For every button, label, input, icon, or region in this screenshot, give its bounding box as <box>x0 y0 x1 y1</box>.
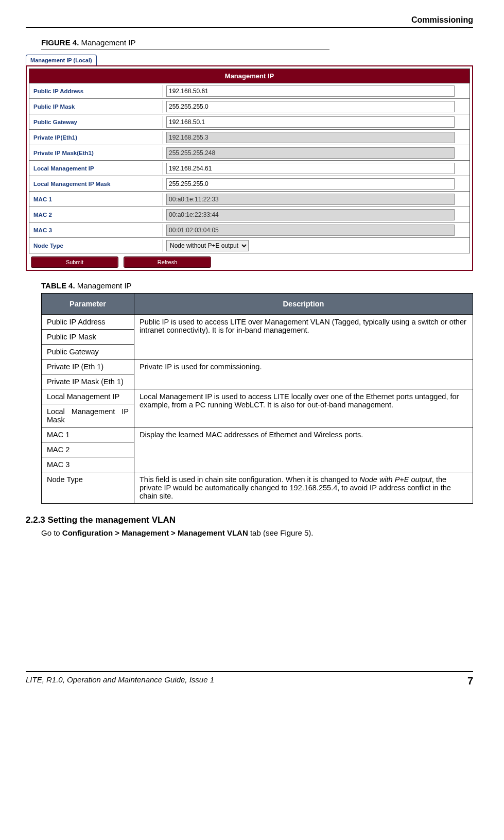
cell-param: Local Management IP Mask <box>42 404 134 427</box>
select-node-type[interactable]: Node without P+E output <box>166 240 249 251</box>
section-heading: 2.2.3 Setting the management VLAN <box>26 515 473 525</box>
table-title: Management IP <box>77 281 132 290</box>
row-local-mgmt-ip: Local Management IP <box>29 160 470 176</box>
footer-rule <box>26 671 473 672</box>
figure-underline <box>41 49 329 49</box>
screenshot-panel: Management IP (Local) Management IP Publ… <box>26 55 473 271</box>
submit-button[interactable]: Submit <box>31 256 118 268</box>
row-mac3: MAC 3 <box>29 222 470 237</box>
table-caption: TABLE 4. Management IP <box>41 281 473 290</box>
cell-param: Public IP Address <box>42 315 134 330</box>
input-public-ip-address[interactable] <box>166 85 455 97</box>
table-row: MAC 1 Display the learned MAC addresses … <box>42 427 473 442</box>
para-pre: Go to <box>41 528 62 537</box>
input-public-gateway[interactable] <box>166 116 455 128</box>
label-mac3: MAC 3 <box>29 224 163 236</box>
figure-caption: FIGURE 4. Management IP <box>41 38 473 47</box>
input-mac3 <box>166 225 455 236</box>
row-mac2: MAC 2 <box>29 207 470 222</box>
button-row: Submit Refresh <box>29 253 470 268</box>
cell-param: MAC 3 <box>42 457 134 472</box>
cell-desc: Private IP is used for commissioning. <box>134 359 473 389</box>
cell-desc: Local Management IP is used to access LI… <box>134 389 473 427</box>
th-parameter: Parameter <box>42 294 134 315</box>
row-public-ip-address: Public IP Address <box>29 83 470 98</box>
panel-outer: Management IP Public IP Address Public I… <box>26 65 473 271</box>
cell-desc: This field is used in chain site configu… <box>134 472 473 504</box>
row-mac1: MAC 1 <box>29 191 470 207</box>
node-type-desc-em: Node with P+E output <box>359 475 432 484</box>
row-private-ip-mask-eth1: Private IP Mask(Eth1) <box>29 145 470 160</box>
input-private-ip-mask-eth1 <box>166 147 455 159</box>
tab-bar: Management IP (Local) <box>26 55 473 65</box>
row-node-type: Node Type Node without P+E output <box>29 237 470 253</box>
label-mac1: MAC 1 <box>29 193 163 205</box>
input-mac1 <box>166 194 455 205</box>
label-mac2: MAC 2 <box>29 209 163 221</box>
cell-desc: Display the learned MAC addresses of Eth… <box>134 427 473 472</box>
table-row: Node Type This field is used in chain si… <box>42 472 473 504</box>
label-local-mgmt-ip: Local Management IP <box>29 162 163 175</box>
para-post: tab (see Figure 5). <box>248 528 314 537</box>
footer-doc-title: LITE, R1.0, Operation and Maintenance Gu… <box>26 675 214 687</box>
cell-param: Public Gateway <box>42 345 134 359</box>
table-row: Local Management IP Local Management IP … <box>42 389 473 404</box>
label-local-mgmt-ip-mask: Local Management IP Mask <box>29 178 163 190</box>
input-mac2 <box>166 209 455 220</box>
row-local-mgmt-ip-mask: Local Management IP Mask <box>29 176 470 191</box>
label-private-ip-mask-eth1: Private IP Mask(Eth1) <box>29 147 163 159</box>
row-private-ip-eth1: Private IP(Eth1) <box>29 129 470 145</box>
cell-param: MAC 2 <box>42 442 134 457</box>
input-private-ip-eth1 <box>166 132 455 143</box>
table-row: Private IP (Eth 1) Private IP is used fo… <box>42 359 473 374</box>
label-private-ip-eth1: Private IP(Eth1) <box>29 131 163 144</box>
label-node-type: Node Type <box>29 239 163 252</box>
cell-param: Private IP (Eth 1) <box>42 359 134 374</box>
label-public-gateway: Public Gateway <box>29 116 163 128</box>
cell-desc: Public IP is used to access LITE over Ma… <box>134 315 473 359</box>
cell-param: Public IP Mask <box>42 330 134 345</box>
input-local-mgmt-ip[interactable] <box>166 163 455 174</box>
tab-management-ip-local[interactable]: Management IP (Local) <box>26 55 97 65</box>
cell-param: Private IP Mask (Eth 1) <box>42 374 134 389</box>
input-public-ip-mask[interactable] <box>166 101 455 112</box>
cell-param: Local Management IP <box>42 389 134 404</box>
row-public-ip-mask: Public IP Mask <box>29 98 470 114</box>
table-row: Public IP Address Public IP is used to a… <box>42 315 473 330</box>
panel-title: Management IP <box>29 69 470 83</box>
th-description: Description <box>134 294 473 315</box>
node-type-desc-pre: This field is used in chain site configu… <box>140 475 359 484</box>
section-paragraph: Go to Configuration > Management > Manag… <box>41 528 473 537</box>
label-public-ip-mask: Public IP Mask <box>29 100 163 113</box>
input-local-mgmt-ip-mask[interactable] <box>166 178 455 190</box>
cell-param: Node Type <box>42 472 134 504</box>
figure-prefix: FIGURE 4. <box>41 38 79 47</box>
refresh-button[interactable]: Refresh <box>124 256 211 268</box>
row-public-gateway: Public Gateway <box>29 114 470 129</box>
table-prefix: TABLE 4. <box>41 281 75 290</box>
description-table: Parameter Description Public IP Address … <box>41 293 473 504</box>
footer-page-number: 7 <box>467 675 473 687</box>
cell-param: MAC 1 <box>42 427 134 442</box>
para-bold: Configuration > Management > Management … <box>62 528 248 537</box>
header-rule <box>26 27 473 28</box>
page-footer: LITE, R1.0, Operation and Maintenance Gu… <box>26 671 473 687</box>
label-public-ip-address: Public IP Address <box>29 85 163 97</box>
figure-title: Management IP <box>81 38 136 47</box>
running-header: Commissioning <box>26 15 473 25</box>
